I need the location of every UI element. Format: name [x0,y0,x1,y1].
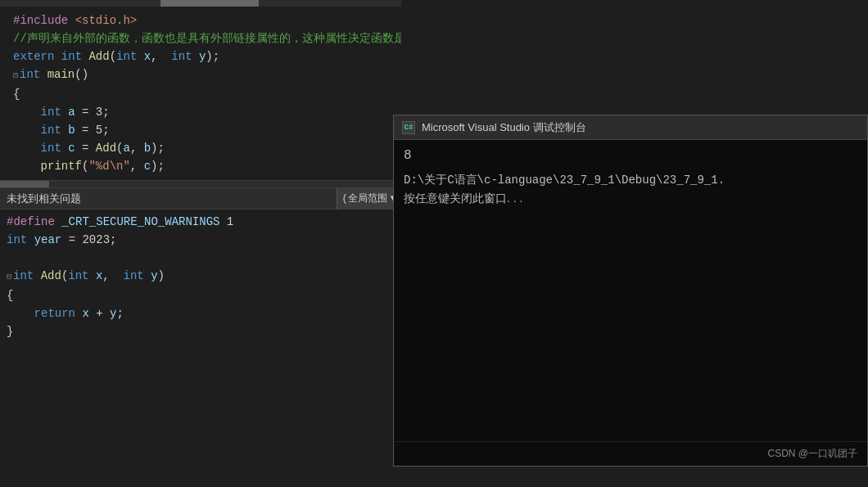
code-line-9: printf ( "%d\n" , c ); [7,157,395,175]
console-titlebar[interactable]: C# Microsoft Visual Studio 调试控制台 [394,115,867,140]
console-app-icon: C# [402,121,415,134]
console-footer: CSDN @一口叽团子 [394,441,867,466]
top-scrollbar[interactable] [0,0,401,7]
code-line-7: int b = 5; [7,121,395,139]
console-output-number: 8 [404,147,857,165]
code-bottom-section: #define _CRT_SECURE_NO_WARNINGS 1 int ye… [0,210,401,344]
find-bar-text: 未找到相关问题 [7,192,81,206]
bcode-line-4: ⊟ int Add ( int x , int y ) [0,267,401,286]
console-press-msg: 按任意键关闭此窗口. . . [404,189,857,208]
bcode-line-6: return x + y ; [0,304,401,322]
code-top-section: #include <stdio.h> //声明来自外部的函数，函数也是具有外部链… [0,7,401,180]
code-line-4: ⊟ int main () [7,65,395,85]
code-line-2: //声明来自外部的函数，函数也是具有外部链接属性的，这种属性决定函数是可以跨函数… [7,29,395,47]
console-title: Microsoft Visual Studio 调试控制台 [422,120,586,135]
code-line-8: int c = Add ( a , b ); [7,139,395,157]
scope-dropdown[interactable]: (全局范围 ▼ [337,188,401,210]
code-line-3: extern int Add ( int x , int y ); [7,47,395,65]
console-content: 8 D:\关于C语言\c-language\23_7_9_1\Debug\23_… [394,140,867,441]
find-bar: 未找到相关问题 (全局范围 ▼ [0,187,401,209]
bcode-line-2: int year = 2023; [0,231,401,249]
console-window: C# Microsoft Visual Studio 调试控制台 8 D:\关于… [393,115,868,467]
top-scrollbar-thumb[interactable] [160,0,259,7]
code-line-1: #include <stdio.h> [7,11,395,29]
bcode-line-5: { [0,286,401,304]
console-path-line: D:\关于C语言\c-language\23_7_9_1\Debug\23_7_… [404,171,857,189]
bcode-line-3 [0,249,401,267]
editor-divider: 未找到相关问题 (全局范围 ▼ [0,180,401,210]
h-scrollbar[interactable] [0,181,401,187]
h-scrollbar-thumb[interactable] [0,181,49,187]
code-line-6: int a = 3; [7,103,395,121]
code-line-5: { [7,85,395,103]
console-footer-text: CSDN @一口叽团子 [767,447,857,461]
bcode-line-7: } [0,322,401,340]
bcode-line-1: #define _CRT_SECURE_NO_WARNINGS 1 [0,213,401,231]
code-editor: #include <stdio.h> //声明来自外部的函数，函数也是具有外部链… [0,0,401,487]
